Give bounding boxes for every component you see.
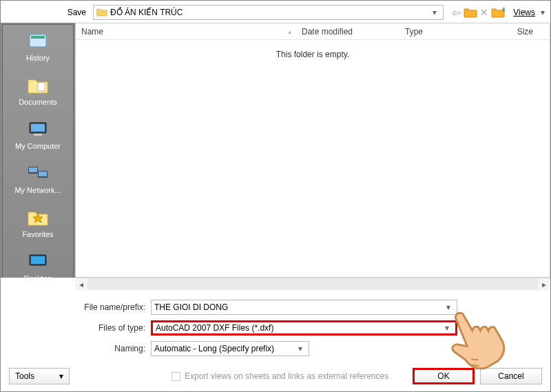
chevron-down-icon: ▾ [295,344,306,353]
save-label: Save [6,8,89,17]
scroll-right-icon[interactable]: ▸ [538,280,550,289]
folder-icon [96,8,107,17]
ok-button[interactable]: OK [413,368,475,384]
sidebar-item-documents[interactable]: Documents [3,69,73,113]
svg-rect-2 [31,36,45,39]
column-name[interactable]: Name [76,27,282,37]
sort-indicator-icon [282,30,296,34]
svg-rect-8 [29,167,37,172]
save-in-dropdown[interactable]: ĐỒ ÁN KIẾN TRÚC ▾ [93,5,444,20]
svg-rect-12 [31,256,45,264]
documents-folder-icon [25,74,50,95]
naming-dropdown[interactable]: Automatic - Long (Specify prefix) ▾ [151,341,309,356]
naming-value: Automatic - Long (Specify prefix) [154,344,274,353]
tools-menu-button[interactable]: Tools ▾ [9,368,70,384]
sidebar-item-label: Desktop [24,274,52,278]
chevron-down-icon: ▾ [443,302,454,312]
views-chevron-icon: ▾ [541,8,545,17]
favorites-folder-icon [25,207,50,227]
scroll-left-icon[interactable]: ◂ [75,280,87,289]
sidebar-item-desktop[interactable]: Desktop [3,245,73,278]
up-folder-icon[interactable] [464,7,477,18]
history-icon [25,30,50,51]
sidebar-item-label: My Computer [15,142,61,150]
file-list: Name Date modified Type Size This folder… [75,23,550,278]
sidebar-item-favorites[interactable]: Favorites [3,201,73,245]
filetype-dropdown[interactable]: AutoCAD 2007 DXF Files (*.dxf) ▾ [151,320,457,336]
svg-rect-3 [38,83,45,91]
filename-value: THE GIOI DI DONG [154,302,228,312]
column-type[interactable]: Type [399,27,489,37]
sidebar-item-my-network[interactable]: My Network... [3,157,73,201]
svg-rect-10 [39,172,47,176]
desktop-icon [25,251,50,271]
sidebar-item-label: History [26,54,50,62]
chevron-down-icon: ▾ [429,8,440,17]
new-folder-icon[interactable]: + [491,7,505,18]
sidebar-item-label: Documents [19,98,57,106]
back-icon[interactable]: ⇦ [452,6,461,19]
export-views-label: Export views on sheets and links as exte… [185,371,388,381]
filetype-value: AutoCAD 2007 DXF Files (*.dxf) [156,323,273,333]
sidebar-item-history[interactable]: History [3,25,73,69]
save-in-folder-name: ĐỒ ÁN KIẾN TRÚC [110,8,183,17]
column-size[interactable]: Size [489,27,550,37]
svg-text:+: + [501,7,505,14]
sidebar-item-label: Favorites [22,230,53,238]
computer-icon [25,118,50,139]
tools-label: Tools [15,371,34,381]
filename-label: File name/prefix: [75,302,151,312]
svg-rect-5 [31,124,45,132]
places-sidebar: History Documents My Computer My Network… [1,23,75,278]
chevron-down-icon: ▾ [59,371,63,381]
cancel-button[interactable]: Cancel [480,368,542,384]
naming-label: Naming: [75,344,151,353]
svg-rect-6 [34,134,42,136]
export-views-checkbox[interactable] [171,372,180,381]
column-date[interactable]: Date modified [296,27,399,37]
sidebar-item-my-computer[interactable]: My Computer [3,113,73,157]
empty-folder-message: This folder is empty. [76,40,550,69]
filetype-label: Files of type: [75,323,151,333]
network-icon [25,163,50,183]
views-menu[interactable]: Views [513,8,535,17]
sidebar-item-label: My Network... [14,186,61,194]
delete-icon[interactable]: ✕ [480,7,488,18]
filename-input[interactable]: THE GIOI DI DONG ▾ [151,300,457,315]
column-headers: Name Date modified Type Size [76,23,550,40]
scroll-track[interactable] [87,278,538,290]
horizontal-scrollbar[interactable]: ◂ ▸ [75,278,550,290]
chevron-down-icon: ▾ [441,323,453,333]
